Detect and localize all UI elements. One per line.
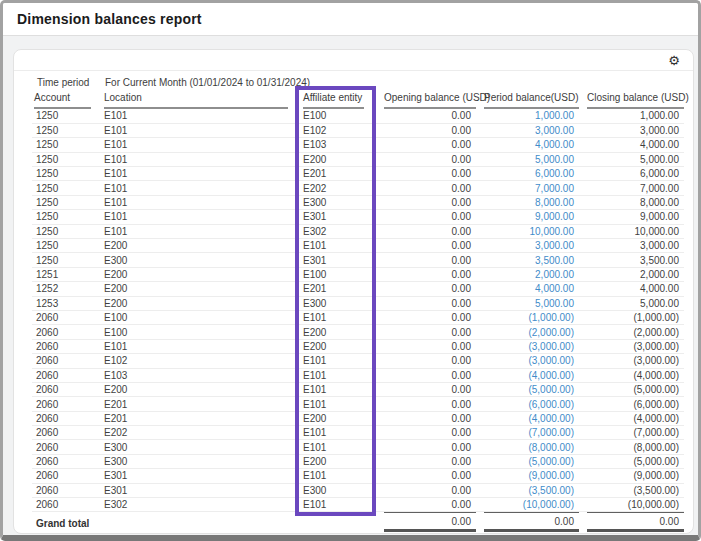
account-cell: 2060 xyxy=(32,483,99,497)
affiliate-entity-cell: E101 xyxy=(296,310,376,324)
table-row: 2060E201E2000.00(4,000.00)(4,000.00) xyxy=(32,411,684,425)
closing-balance-cell: 3,000.00 xyxy=(579,123,684,137)
period-balance-link[interactable]: (3,000.00) xyxy=(528,355,574,366)
period-balance-link[interactable]: 10,000.00 xyxy=(530,226,575,237)
account-cell: 1250 xyxy=(32,152,99,166)
closing-balance-cell: (4,000.00) xyxy=(579,411,684,425)
period-balance-link[interactable]: (1,000.00) xyxy=(528,312,574,323)
closing-balance-cell: (3,500.00) xyxy=(579,483,684,497)
opening-balance-cell: 0.00 xyxy=(376,469,476,483)
table-body: 1250E101E1000.001,000.001,000.001250E101… xyxy=(32,109,684,512)
opening-balance-cell: 0.00 xyxy=(376,411,476,425)
affiliate-entity-cell: E101 xyxy=(296,382,376,396)
period-balance-link[interactable]: 4,000.00 xyxy=(535,283,574,294)
opening-balance-cell: 0.00 xyxy=(376,426,476,440)
account-cell: 2060 xyxy=(32,397,99,411)
table-row: 1250E101E1000.001,000.001,000.00 xyxy=(32,109,684,123)
column-header-affiliate-entity: Affiliate entity xyxy=(296,90,376,109)
period-balance-link[interactable]: 5,000.00 xyxy=(535,298,574,309)
period-balance-cell: (1,000.00) xyxy=(476,310,579,324)
table-row: 1250E300E3010.003,500.003,500.00 xyxy=(32,253,684,267)
table-row: 2060E301E3000.00(3,500.00)(3,500.00) xyxy=(32,483,684,497)
affiliate-entity-cell: E101 xyxy=(296,397,376,411)
period-balance-link[interactable]: (2,000.00) xyxy=(528,327,574,338)
closing-balance-cell: 10,000.00 xyxy=(579,224,684,238)
account-cell: 2060 xyxy=(32,354,99,368)
opening-balance-cell: 0.00 xyxy=(376,109,476,123)
account-cell: 1250 xyxy=(32,210,99,224)
table-row: 1250E101E2010.006,000.006,000.00 xyxy=(32,167,684,181)
period-balance-cell: 3,500.00 xyxy=(476,253,579,267)
account-cell: 2060 xyxy=(32,440,99,454)
affiliate-entity-cell: E301 xyxy=(296,210,376,224)
period-balance-cell: (4,000.00) xyxy=(476,368,579,382)
settings-gear-icon[interactable]: ⚙ xyxy=(668,54,680,67)
location-cell: E101 xyxy=(99,210,296,224)
period-balance-link[interactable]: 7,000.00 xyxy=(535,183,574,194)
affiliate-entity-cell: E101 xyxy=(296,469,376,483)
affiliate-entity-cell: E301 xyxy=(296,253,376,267)
period-balance-link[interactable]: 3,000.00 xyxy=(535,125,574,136)
affiliate-entity-cell: E101 xyxy=(296,440,376,454)
period-balance-link[interactable]: 5,000.00 xyxy=(535,154,574,165)
period-balance-link[interactable]: 8,000.00 xyxy=(535,197,574,208)
account-cell: 1250 xyxy=(32,224,99,238)
report-card: ⚙ Time period For Current Month (01/01/2… xyxy=(13,49,694,534)
affiliate-entity-cell: E101 xyxy=(296,239,376,253)
location-cell: E100 xyxy=(99,325,296,339)
closing-balance-cell: (7,000.00) xyxy=(579,426,684,440)
period-balance-link[interactable]: (8,000.00) xyxy=(528,442,574,453)
period-balance-link[interactable]: (6,000.00) xyxy=(528,399,574,410)
closing-balance-cell: 8,000.00 xyxy=(579,195,684,209)
period-balance-link[interactable]: (5,000.00) xyxy=(528,456,574,467)
account-cell: 1250 xyxy=(32,167,99,181)
period-balance-link[interactable]: (9,000.00) xyxy=(528,470,574,481)
period-balance-cell: 3,000.00 xyxy=(476,123,579,137)
account-cell: 1250 xyxy=(32,138,99,152)
opening-balance-cell: 0.00 xyxy=(376,339,476,353)
opening-balance-cell: 0.00 xyxy=(376,195,476,209)
period-balance-link[interactable]: 4,000.00 xyxy=(535,139,574,150)
account-cell: 1250 xyxy=(32,109,99,123)
period-balance-cell: 6,000.00 xyxy=(476,167,579,181)
affiliate-entity-cell: E101 xyxy=(296,498,376,512)
location-cell: E200 xyxy=(99,282,296,296)
table-row: 2060E100E1010.00(1,000.00)(1,000.00) xyxy=(32,310,684,324)
period-balance-cell: 5,000.00 xyxy=(476,296,579,310)
opening-balance-cell: 0.00 xyxy=(376,296,476,310)
affiliate-entity-cell: E300 xyxy=(296,483,376,497)
period-balance-link[interactable]: (7,000.00) xyxy=(528,427,574,438)
period-balance-link[interactable]: (4,000.00) xyxy=(528,413,574,424)
period-balance-cell: 9,000.00 xyxy=(476,210,579,224)
period-balance-link[interactable]: 3,500.00 xyxy=(535,255,574,266)
period-balance-cell: 3,000.00 xyxy=(476,239,579,253)
table-row: 1250E101E1030.004,000.004,000.00 xyxy=(32,138,684,152)
opening-balance-cell: 0.00 xyxy=(376,454,476,468)
period-balance-link[interactable]: 3,000.00 xyxy=(535,240,574,251)
period-balance-link[interactable]: 1,000.00 xyxy=(535,110,574,121)
table-row: 2060E101E2000.00(3,000.00)(3,000.00) xyxy=(32,339,684,353)
closing-balance-cell: (5,000.00) xyxy=(579,382,684,396)
period-balance-link[interactable]: (5,000.00) xyxy=(528,384,574,395)
location-cell: E103 xyxy=(99,368,296,382)
period-balance-link[interactable]: (3,000.00) xyxy=(528,341,574,352)
affiliate-entity-cell: E201 xyxy=(296,282,376,296)
location-cell: E101 xyxy=(99,109,296,123)
period-balance-link[interactable]: 9,000.00 xyxy=(535,211,574,222)
opening-balance-cell: 0.00 xyxy=(376,210,476,224)
period-balance-link[interactable]: (4,000.00) xyxy=(528,370,574,381)
closing-balance-cell: (3,000.00) xyxy=(579,354,684,368)
period-balance-link[interactable]: (10,000.00) xyxy=(523,499,574,510)
period-balance-link[interactable]: 6,000.00 xyxy=(535,168,574,179)
location-cell: E300 xyxy=(99,440,296,454)
period-balance-link[interactable]: (3,500.00) xyxy=(528,485,574,496)
column-header-opening-balance: Opening balance (USD) xyxy=(376,90,476,109)
closing-balance-cell: 6,000.00 xyxy=(579,167,684,181)
affiliate-entity-cell: E100 xyxy=(296,109,376,123)
period-balance-cell: 8,000.00 xyxy=(476,195,579,209)
opening-balance-cell: 0.00 xyxy=(376,382,476,396)
period-balance-link[interactable]: 2,000.00 xyxy=(535,269,574,280)
period-balance-cell: (4,000.00) xyxy=(476,411,579,425)
closing-balance-cell: 3,500.00 xyxy=(579,253,684,267)
account-cell: 2060 xyxy=(32,382,99,396)
